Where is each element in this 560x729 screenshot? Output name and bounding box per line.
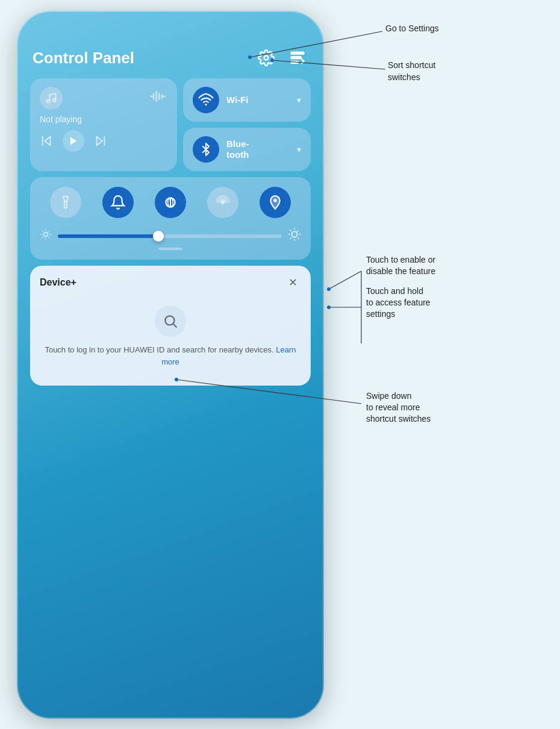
- bell-icon: [110, 195, 126, 210]
- cp-header: Control Panel: [30, 47, 311, 69]
- svg-point-23: [327, 287, 331, 291]
- swipe-indicator: [158, 248, 182, 250]
- flashlight-button[interactable]: [50, 187, 81, 218]
- bluetooth-info: Blue- tooth: [226, 139, 287, 160]
- location-button[interactable]: [260, 187, 291, 218]
- media-controls: [40, 130, 167, 152]
- svg-rect-2: [291, 57, 301, 58]
- svg-point-14: [291, 231, 297, 237]
- edit-sort-icon: [289, 49, 306, 66]
- media-card[interactable]: Not playing: [30, 78, 177, 171]
- svg-point-0: [264, 56, 269, 60]
- swipe-down-annotation-line3: shortcut switches: [366, 414, 431, 424]
- svg-line-20: [329, 271, 361, 289]
- svg-marker-6: [70, 137, 77, 145]
- wifi-icon: [198, 92, 214, 108]
- svg-point-5: [53, 99, 56, 102]
- toggles-row: [40, 187, 301, 218]
- brightness-row: [40, 228, 301, 244]
- control-panel: Control Panel: [30, 47, 311, 386]
- touch-enable-annotation-line1: Touch to enable or: [366, 255, 436, 264]
- bluetooth-dropdown-icon[interactable]: ▾: [297, 145, 301, 154]
- svg-rect-1: [291, 52, 304, 54]
- slider-thumb[interactable]: [153, 231, 164, 242]
- svg-point-11: [221, 201, 224, 204]
- swipe-down-annotation-line1: Swipe down: [366, 391, 412, 401]
- svg-rect-3: [291, 61, 299, 63]
- hotspot-icon: [215, 195, 231, 210]
- sun-large-icon: [288, 228, 301, 241]
- svg-point-24: [327, 305, 331, 309]
- phone-frame: Control Panel: [17, 11, 324, 719]
- slider-fill: [58, 234, 158, 238]
- network-stack: Wi-Fi ▾ Blue- tooth: [183, 78, 311, 171]
- wifi-name: Wi-Fi: [226, 95, 249, 105]
- media-top: [40, 87, 167, 110]
- next-icon: [94, 134, 107, 148]
- bluetooth-icon-circle: [193, 136, 219, 163]
- hotspot-button[interactable]: [207, 187, 238, 218]
- device-header: Device+ ✕: [40, 274, 301, 291]
- location-icon: [267, 195, 283, 210]
- flashlight-icon: [58, 195, 73, 210]
- swipe-down-annotation-line2: to reveal more: [366, 402, 420, 412]
- sort-button[interactable]: [287, 47, 308, 69]
- device-search-icon[interactable]: [155, 305, 186, 337]
- brightness-low-icon: [40, 228, 52, 243]
- device-plus-card: Device+ ✕ Touch to log in to your HUAWEI…: [30, 266, 311, 386]
- next-button[interactable]: [94, 134, 107, 148]
- device-plus-description: Touch to log in to your HUAWEI ID and se…: [40, 344, 301, 368]
- music-icon: [45, 92, 57, 104]
- page-title: Control Panel: [33, 49, 134, 67]
- brightness-slider[interactable]: [58, 234, 282, 238]
- wifi-icon-circle: [193, 87, 219, 113]
- notification-button[interactable]: [102, 187, 134, 218]
- svg-point-13: [44, 233, 48, 237]
- settings-button[interactable]: [255, 47, 277, 69]
- prev-button[interactable]: [40, 134, 53, 148]
- sun-small-icon: [40, 228, 52, 240]
- play-button[interactable]: [63, 130, 84, 152]
- touch-hold-annotation-line2: to access feature: [366, 298, 431, 307]
- svg-point-7: [205, 104, 207, 105]
- device-search-area: Touch to log in to your HUAWEI ID and se…: [40, 299, 301, 374]
- wifi-dropdown-icon[interactable]: ▾: [297, 95, 301, 105]
- touch-hold-annotation-line1: Touch and hold: [366, 286, 423, 296]
- music-note-icon: [40, 87, 63, 110]
- sort-shortcut-annotation-line2: switches: [388, 72, 420, 82]
- svg-point-4: [47, 100, 50, 103]
- touch-enable-annotation-line2: disable the feature: [366, 266, 435, 276]
- toggles-card: [30, 177, 311, 260]
- bluetooth-icon: [199, 143, 213, 156]
- sort-shortcut-annotation-line1: Sort shortcut: [388, 60, 435, 70]
- go-to-settings-annotation: Go to Settings: [385, 23, 439, 33]
- not-playing-text: Not playing: [40, 114, 167, 124]
- media-wave-icon: [148, 87, 167, 106]
- gear-icon: [258, 49, 275, 66]
- svg-point-12: [273, 199, 276, 202]
- search-icon: [163, 313, 178, 329]
- prev-icon: [40, 134, 53, 148]
- wifi-info: Wi-Fi: [226, 95, 287, 105]
- rotate-button[interactable]: [155, 187, 186, 218]
- rotate-icon: [163, 195, 178, 210]
- wifi-card[interactable]: Wi-Fi ▾: [183, 78, 311, 122]
- brightness-high-icon: [288, 228, 301, 244]
- play-icon: [68, 136, 79, 146]
- touch-hold-annotation-line3: settings: [366, 309, 395, 319]
- svg-point-15: [165, 316, 174, 325]
- top-row: Not playing: [30, 78, 311, 171]
- waveform-icon: [149, 88, 166, 105]
- device-plus-title: Device+: [40, 277, 76, 288]
- device-plus-close[interactable]: ✕: [284, 274, 301, 291]
- bluetooth-name: Blue- tooth: [226, 139, 249, 160]
- bluetooth-card[interactable]: Blue- tooth ▾: [183, 128, 311, 171]
- header-icons: [255, 47, 308, 69]
